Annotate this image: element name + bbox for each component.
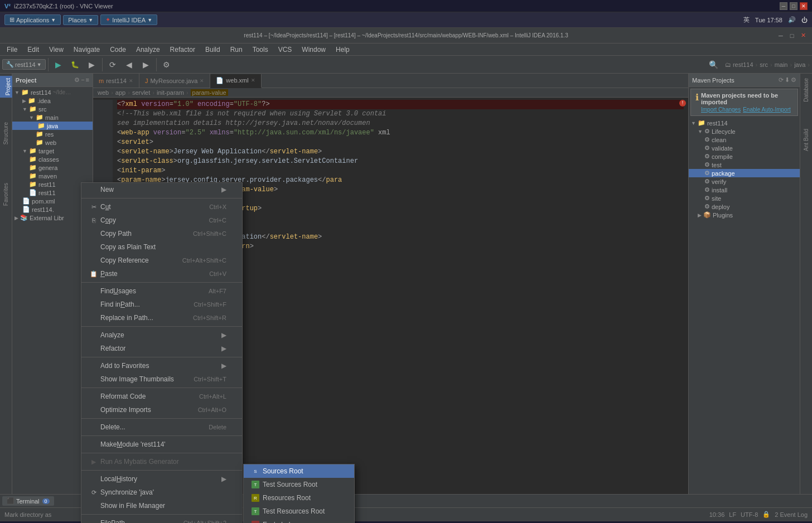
- toolbar-debug-btn[interactable]: 🐛: [67, 57, 83, 72]
- bc-src[interactable]: src: [760, 61, 768, 68]
- ctx-cut[interactable]: ✂Cut Ctrl+X: [81, 200, 242, 214]
- tree-item-res[interactable]: 📁 res: [12, 130, 93, 138]
- maven-verify[interactable]: ⚙ verify: [689, 177, 800, 186]
- maven-clean[interactable]: ⚙ clean: [689, 135, 800, 144]
- ctx-find-in-path[interactable]: Find in Path... Ctrl+Shift+F: [81, 298, 242, 311]
- tree-item-genera[interactable]: 📁 genera: [12, 163, 93, 172]
- ctx-show-thumbnails[interactable]: Show Image Thumbnails Ctrl+Shift+T: [81, 372, 242, 386]
- menu-refactor[interactable]: Refactor: [166, 45, 200, 55]
- toolbar-search-btn[interactable]: 🔍: [706, 57, 722, 72]
- tab-rest114-close[interactable]: ✕: [129, 78, 133, 84]
- maven-auto-link[interactable]: Enable Auto-Import: [743, 106, 791, 113]
- maven-package[interactable]: ⚙ package: [689, 169, 800, 177]
- project-settings-icon[interactable]: ⚙: [74, 76, 80, 84]
- ctx-optimize-imports[interactable]: Optimize Imports Ctrl+Alt+O: [81, 403, 242, 417]
- vnc-minimize-btn[interactable]: ─: [780, 2, 787, 10]
- maven-test[interactable]: ⚙ test: [689, 161, 800, 169]
- ctx-paste[interactable]: 📋Paste Ctrl+V: [81, 267, 242, 280]
- menu-code[interactable]: Code: [105, 45, 130, 55]
- ctx-reformat[interactable]: Reformat Code Ctrl+Alt+L: [81, 390, 242, 403]
- vnc-close-btn[interactable]: ✕: [800, 2, 808, 10]
- toolbar-run-coverage-btn[interactable]: ▶: [84, 57, 100, 72]
- menu-run[interactable]: Run: [226, 45, 247, 55]
- menu-help[interactable]: Help: [331, 45, 354, 55]
- tree-item-target[interactable]: ▼ 📁 target: [12, 147, 93, 155]
- project-gear-icon[interactable]: ≡: [86, 76, 89, 84]
- ctx-copy-plain[interactable]: Copy as Plain Text: [81, 240, 242, 254]
- ant-strip-tab[interactable]: Ant Build: [802, 127, 810, 153]
- tree-item-java[interactable]: 📁 java: [12, 122, 93, 130]
- ctx-synchronize[interactable]: ⟳Synchronize 'java': [81, 486, 242, 499]
- intellij-menu[interactable]: ✦ IntelliJ IDEA ▼: [100, 14, 157, 25]
- maven-deploy[interactable]: ⚙ deploy: [689, 202, 800, 211]
- menu-edit[interactable]: Edit: [23, 45, 44, 55]
- maven-lifecycle[interactable]: ▼ ⚙ Lifecycle: [689, 127, 800, 135]
- toolbar-back-btn[interactable]: ◀: [122, 57, 137, 72]
- sub-excluded[interactable]: E Excluded: [244, 518, 354, 523]
- maven-install[interactable]: ⚙ install: [689, 186, 800, 194]
- ctx-make-module[interactable]: Make Module 'rest114': [81, 438, 242, 451]
- maven-settings-icon[interactable]: ⚙: [791, 76, 796, 84]
- terminal-tab[interactable]: ⬛ Terminal 0: [2, 496, 54, 506]
- toolbar-forward-btn[interactable]: ▶: [138, 57, 154, 72]
- maven-refresh-icon[interactable]: ⟳: [779, 76, 784, 84]
- menu-vcs[interactable]: VCS: [274, 45, 297, 55]
- menu-tools[interactable]: Tools: [248, 45, 273, 55]
- tab-myresource[interactable]: J MyResource.java ✕: [139, 74, 210, 88]
- tab-webxml-close[interactable]: ✕: [251, 78, 255, 83]
- tree-item-root[interactable]: ▼ 📁 rest114 ~/Ide…: [12, 88, 93, 96]
- ctx-copy-path[interactable]: Copy Path Ctrl+Shift+C: [81, 227, 242, 240]
- ctx-replace-in-path[interactable]: Replace in Path... Ctrl+Shift+R: [81, 311, 242, 325]
- maven-compile[interactable]: ⚙ compile: [689, 152, 800, 161]
- project-collapse-icon[interactable]: −: [81, 76, 84, 84]
- favorites-strip-tab[interactable]: Favorites: [2, 181, 10, 208]
- tree-item-main[interactable]: ▼ 📁 main: [12, 113, 93, 122]
- bc-rest114[interactable]: 🗂 rest114: [725, 61, 753, 68]
- menu-analyze[interactable]: Analyze: [132, 45, 165, 55]
- toolbar-settings-btn[interactable]: ⚙: [159, 57, 175, 72]
- tree-item-web[interactable]: 📁 web: [12, 138, 93, 147]
- project-strip-tab[interactable]: Project: [0, 76, 12, 98]
- bc-servlet[interactable]: servlet: [132, 89, 150, 96]
- bc-main[interactable]: main: [775, 61, 788, 68]
- database-strip-tab[interactable]: Database: [802, 76, 810, 104]
- bc-web[interactable]: web: [98, 89, 109, 96]
- ctx-analyze[interactable]: Analyze ▶: [81, 328, 242, 342]
- sys-power-icon[interactable]: ⏻: [801, 17, 808, 23]
- sub-resources-root[interactable]: R Resources Root: [244, 491, 354, 505]
- ctx-copy[interactable]: ⎘Copy Ctrl+C: [81, 214, 242, 227]
- toolbar-run-config[interactable]: 🔧 rest114 ▼: [2, 59, 46, 70]
- bc-java[interactable]: java: [794, 61, 805, 68]
- tree-item-src[interactable]: ▼ 📁 src: [12, 105, 93, 113]
- places-menu[interactable]: Places ▼: [63, 15, 98, 25]
- tab-myresource-close[interactable]: ✕: [200, 78, 204, 84]
- maven-download-icon[interactable]: ⬇: [785, 76, 790, 84]
- event-log-btn[interactable]: 2 Event Log: [775, 511, 808, 518]
- sub-sources-root[interactable]: S Sources Root: [244, 464, 354, 478]
- maven-site[interactable]: ⚙ site: [689, 194, 800, 202]
- ctx-new[interactable]: New ▶: [81, 183, 242, 196]
- maven-validate[interactable]: ⚙ validate: [689, 144, 800, 152]
- bc-param-value[interactable]: param-value: [191, 89, 228, 96]
- toolbar-update-btn[interactable]: ⟳: [105, 57, 120, 72]
- win-close-btn[interactable]: ✕: [799, 31, 808, 40]
- ctx-refactor[interactable]: Refactor ▶: [81, 342, 242, 355]
- ctx-show-file-mgr[interactable]: Show in File Manager: [81, 499, 242, 512]
- ctx-local-history[interactable]: Local History ▶: [81, 472, 242, 486]
- menu-view[interactable]: View: [45, 45, 68, 55]
- tab-webxml[interactable]: 📄 web.xml ✕: [210, 74, 261, 88]
- menu-navigate[interactable]: Navigate: [69, 45, 104, 55]
- tree-item-classes[interactable]: 📁 classes: [12, 155, 93, 163]
- ctx-copy-ref[interactable]: Copy Reference Ctrl+Alt+Shift+C: [81, 254, 242, 267]
- bc-app[interactable]: app: [115, 89, 125, 96]
- structure-strip-tab[interactable]: Structure: [2, 120, 10, 147]
- maven-import-link[interactable]: Import Changes: [701, 106, 741, 113]
- ctx-find-usages[interactable]: Find Usages Alt+F7: [81, 284, 242, 298]
- tree-item-idea[interactable]: ▶ 📁 .idea: [12, 96, 93, 105]
- menu-build[interactable]: Build: [201, 45, 225, 55]
- maven-root[interactable]: ▼ 📁 rest114: [689, 119, 800, 127]
- maven-plugins[interactable]: ▶ 📦 Plugins: [689, 211, 800, 219]
- bc-init-param[interactable]: init-param: [157, 89, 184, 96]
- menu-window[interactable]: Window: [297, 45, 330, 55]
- apps-menu[interactable]: ⊞ Applications ▼: [4, 14, 61, 25]
